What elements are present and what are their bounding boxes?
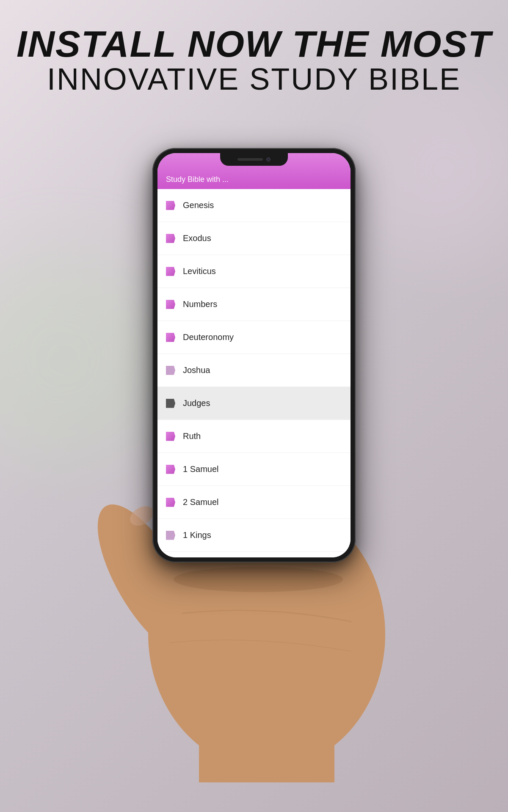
book-icon <box>166 333 175 342</box>
book-list-item[interactable]: Genesis <box>157 189 351 222</box>
svg-rect-6 <box>199 698 334 782</box>
phone-scene: Study Bible with ... GenesisExodusLeviti… <box>64 106 444 761</box>
book-name: Numbers <box>183 299 217 309</box>
book-list-item[interactable]: 2 Kings <box>157 552 351 557</box>
page-header: INSTALL NOW THE MOST INNOVATIVE STUDY BI… <box>0 25 508 96</box>
front-camera <box>266 157 271 162</box>
speaker <box>237 158 263 161</box>
book-name: Deuteronomy <box>183 332 234 342</box>
phone-frame: Study Bible with ... GenesisExodusLeviti… <box>152 148 356 562</box>
phone-screen: Study Bible with ... GenesisExodusLeviti… <box>157 153 351 557</box>
book-icon <box>166 366 175 375</box>
phone-notch <box>220 153 288 166</box>
book-list[interactable]: GenesisExodusLeviticusNumbersDeuteronomy… <box>157 189 351 557</box>
book-list-item[interactable]: Exodus <box>157 222 351 255</box>
app-title: Study Bible with ... <box>166 175 229 184</box>
book-name: Joshua <box>183 365 210 375</box>
book-icon <box>166 531 175 540</box>
header-line2: INNOVATIVE STUDY BIBLE <box>0 63 508 96</box>
book-name: Genesis <box>183 200 214 210</box>
book-name: Leviticus <box>183 266 216 276</box>
book-icon <box>166 465 175 474</box>
book-icon <box>166 267 175 276</box>
book-list-item[interactable]: Numbers <box>157 288 351 321</box>
book-name: 2 Samuel <box>183 497 219 507</box>
book-list-item[interactable]: Judges <box>157 387 351 420</box>
book-list-item[interactable]: 2 Samuel <box>157 486 351 519</box>
book-name: Ruth <box>183 431 201 441</box>
book-icon <box>166 234 175 243</box>
book-list-item[interactable]: Ruth <box>157 420 351 453</box>
book-list-item[interactable]: 1 Samuel <box>157 453 351 486</box>
book-icon <box>166 300 175 309</box>
book-name: Judges <box>183 398 210 408</box>
header-line1: INSTALL NOW THE MOST <box>0 25 508 63</box>
book-icon <box>166 399 175 408</box>
book-icon <box>166 201 175 210</box>
book-list-item[interactable]: Leviticus <box>157 255 351 288</box>
book-list-item[interactable]: Joshua <box>157 354 351 387</box>
svg-point-16 <box>174 567 343 592</box>
book-name: Exodus <box>183 233 211 243</box>
book-icon <box>166 498 175 507</box>
book-icon <box>166 432 175 441</box>
book-name: 1 Samuel <box>183 464 219 474</box>
book-list-item[interactable]: 1 Kings <box>157 519 351 552</box>
book-list-item[interactable]: Deuteronomy <box>157 321 351 354</box>
book-name: 1 Kings <box>183 530 211 540</box>
